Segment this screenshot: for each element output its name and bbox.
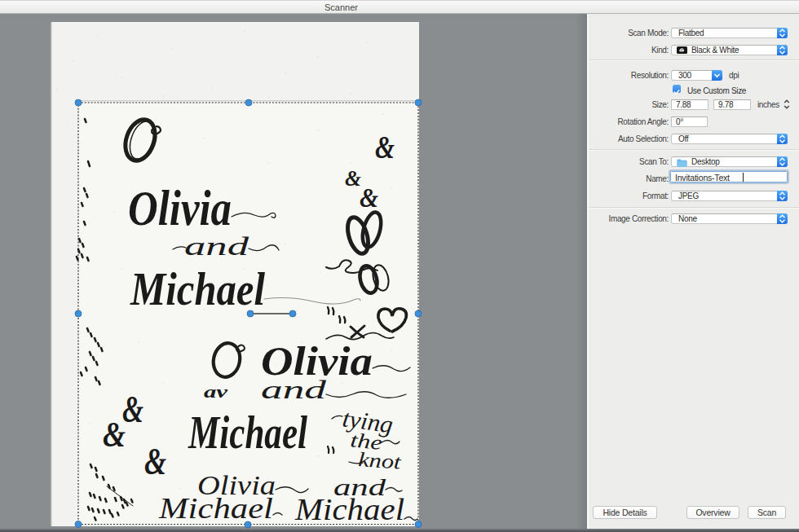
svg-text:&: &	[144, 441, 166, 482]
svg-text:Olivia: Olivia	[128, 180, 232, 235]
svg-text:&: &	[103, 415, 126, 455]
svg-text:Michael: Michael	[158, 493, 273, 525]
svg-text:Michael: Michael	[294, 493, 404, 526]
svg-text:Michael: Michael	[130, 262, 266, 315]
svg-text:knot: knot	[358, 448, 403, 473]
svg-text:and: and	[184, 232, 249, 261]
svg-text:&: &	[360, 182, 378, 213]
svg-text:av: av	[204, 381, 227, 402]
svg-text:Michael: Michael	[188, 407, 307, 458]
svg-text:and: and	[261, 376, 327, 404]
svg-text:&: &	[375, 129, 395, 165]
